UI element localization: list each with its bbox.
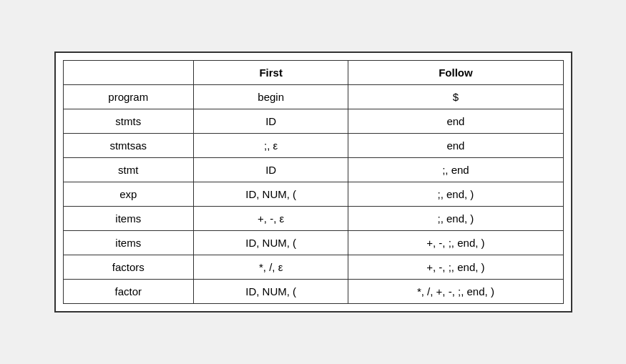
- row-first: begin: [194, 85, 348, 109]
- row-follow: $: [348, 85, 563, 109]
- row-follow: *, /, +, -, ;, end, ): [348, 280, 563, 304]
- row-name: stmts: [63, 109, 194, 134]
- row-name: factors: [63, 255, 194, 280]
- table-row: expID, NUM, (;, end, ): [63, 182, 563, 207]
- table-row: factors*, /, ε+, -, ;, end, ): [63, 255, 563, 280]
- header-follow: Follow: [348, 61, 563, 85]
- row-name: exp: [63, 182, 194, 207]
- row-follow: ;, end, ): [348, 207, 563, 231]
- header-row: First Follow: [63, 61, 563, 85]
- header-first: First: [194, 61, 348, 85]
- row-follow: +, -, ;, end, ): [348, 255, 563, 280]
- row-first: +, -, ε: [194, 207, 348, 231]
- table-row: items+, -, ε;, end, ): [63, 207, 563, 231]
- row-name: items: [63, 231, 194, 255]
- table-row: itemsID, NUM, (+, -, ;, end, ): [63, 231, 563, 255]
- row-follow: ;, end, ): [348, 182, 563, 207]
- row-first: ID, NUM, (: [194, 231, 348, 255]
- grammar-table-container: First Follow programbegin$stmtsIDendstmt…: [54, 51, 572, 313]
- row-follow: ;, end: [348, 158, 563, 182]
- table-row: stmtsas;, εend: [63, 134, 563, 158]
- row-first: ID: [194, 158, 348, 182]
- table-row: stmtsIDend: [63, 109, 563, 134]
- table-body: programbegin$stmtsIDendstmtsas;, εendstm…: [63, 85, 563, 304]
- row-name: stmt: [63, 158, 194, 182]
- row-name: stmtsas: [63, 134, 194, 158]
- row-follow: end: [348, 134, 563, 158]
- row-first: ;, ε: [194, 134, 348, 158]
- row-name: items: [63, 207, 194, 231]
- row-first: ID, NUM, (: [194, 280, 348, 304]
- row-first: ID, NUM, (: [194, 182, 348, 207]
- row-follow: +, -, ;, end, ): [348, 231, 563, 255]
- row-first: ID: [194, 109, 348, 134]
- header-empty: [63, 61, 194, 85]
- table-row: stmtID;, end: [63, 158, 563, 182]
- row-name: factor: [63, 280, 194, 304]
- grammar-table: First Follow programbegin$stmtsIDendstmt…: [63, 60, 564, 304]
- row-name: program: [63, 85, 194, 109]
- table-row: programbegin$: [63, 85, 563, 109]
- row-follow: end: [348, 109, 563, 134]
- row-first: *, /, ε: [194, 255, 348, 280]
- table-row: factorID, NUM, (*, /, +, -, ;, end, ): [63, 280, 563, 304]
